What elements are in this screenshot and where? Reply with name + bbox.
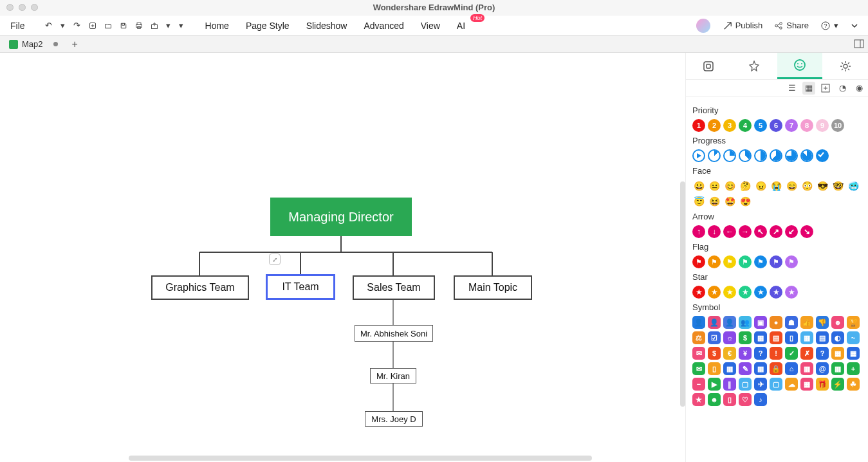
node-abhishek[interactable]: Mr. Abhishek Soni <box>355 325 433 342</box>
node-root[interactable]: Managing Director <box>270 198 412 236</box>
symbol-55[interactable]: ★ <box>692 393 705 406</box>
star-2[interactable]: ★ <box>723 286 736 299</box>
symbol-5[interactable]: ● <box>770 316 782 329</box>
symbol-20[interactable]: ◐ <box>831 331 844 344</box>
symbol-57[interactable]: ▯ <box>723 393 736 406</box>
subtab-more[interactable]: ◉ <box>853 82 865 95</box>
new-button[interactable] <box>87 20 98 32</box>
symbol-50[interactable]: ☁ <box>785 378 798 391</box>
symbol-44[interactable]: − <box>692 378 705 391</box>
symbol-31[interactable]: ▦ <box>831 347 844 360</box>
face-7[interactable]: 😳 <box>800 180 813 192</box>
subtab-list[interactable]: ☰ <box>786 82 799 95</box>
help-button[interactable]: ?▾ <box>817 19 842 33</box>
symbol-56[interactable]: ☻ <box>708 393 721 406</box>
arrow-1[interactable]: ↓ <box>708 225 721 238</box>
symbol-25[interactable]: ¥ <box>739 347 752 360</box>
priority-5[interactable]: 5 <box>754 119 767 132</box>
node-kiran[interactable]: Mr. Kiran <box>370 368 416 383</box>
flag-3[interactable]: ⚑ <box>739 255 752 268</box>
symbol-54[interactable]: ☘ <box>847 378 860 391</box>
redo-button[interactable]: ↷ <box>71 20 83 32</box>
symbol-27[interactable]: ! <box>770 347 782 360</box>
subtab-clip[interactable]: ◔ <box>836 82 849 95</box>
symbol-28[interactable]: ✓ <box>785 347 798 360</box>
menu-view[interactable]: View <box>414 18 447 33</box>
symbol-52[interactable]: 🎁 <box>816 378 829 391</box>
progress-4[interactable] <box>754 149 767 162</box>
symbol-32[interactable]: ▦ <box>847 347 860 360</box>
collapse-ribbon[interactable] <box>846 19 863 32</box>
symbol-42[interactable]: ▦ <box>831 362 844 375</box>
priority-7[interactable]: 7 <box>785 119 798 132</box>
symbol-0[interactable]: 👤 <box>692 316 705 329</box>
node-sales-team[interactable]: Sales Team <box>353 275 435 300</box>
subtab-add[interactable] <box>819 82 832 95</box>
symbol-19[interactable]: ▤ <box>816 331 829 344</box>
star-5[interactable]: ★ <box>770 286 782 299</box>
symbol-29[interactable]: ✗ <box>800 347 813 360</box>
face-13[interactable]: 🤩 <box>723 195 736 208</box>
file-menu[interactable]: File <box>5 19 30 33</box>
symbol-30[interactable]: ? <box>816 347 829 360</box>
progress-7[interactable] <box>800 149 813 162</box>
symbol-59[interactable]: ♪ <box>754 393 767 406</box>
symbol-2[interactable]: 👤 <box>723 316 736 329</box>
progress-3[interactable] <box>739 149 752 162</box>
flag-2[interactable]: ⚑ <box>723 255 736 268</box>
symbol-43[interactable]: + <box>847 362 860 375</box>
share-button[interactable]: Share <box>770 19 813 32</box>
priority-6[interactable]: 6 <box>770 119 782 132</box>
face-5[interactable]: 😭 <box>770 180 782 192</box>
arrow-0[interactable]: ↑ <box>692 225 705 238</box>
symbol-33[interactable]: ✉ <box>692 362 705 375</box>
maximize-window[interactable] <box>31 4 38 11</box>
symbol-11[interactable]: ⚖ <box>692 331 705 344</box>
symbol-8[interactable]: 👎 <box>816 316 829 329</box>
face-0[interactable]: 😀 <box>692 180 705 192</box>
symbol-26[interactable]: ? <box>754 347 767 360</box>
panel-tab-icons[interactable] <box>777 53 823 79</box>
symbol-36[interactable]: ✎ <box>739 362 752 375</box>
star-1[interactable]: ★ <box>708 286 721 299</box>
symbol-40[interactable]: ▦ <box>800 362 813 375</box>
symbol-17[interactable]: ▯ <box>785 331 798 344</box>
face-6[interactable]: 😄 <box>785 180 798 192</box>
menu-ai[interactable]: AI Hot <box>450 18 472 33</box>
subtab-grid[interactable]: ▦ <box>802 82 815 95</box>
symbol-37[interactable]: ▦ <box>754 362 767 375</box>
symbol-35[interactable]: ▦ <box>723 362 736 375</box>
face-2[interactable]: 😊 <box>723 180 736 192</box>
symbol-7[interactable]: 👍 <box>800 316 813 329</box>
arrow-2[interactable]: ← <box>723 225 736 238</box>
close-window[interactable] <box>6 4 14 11</box>
symbol-45[interactable]: ▶ <box>708 378 721 391</box>
flag-6[interactable]: ⚑ <box>785 255 798 268</box>
symbol-1[interactable]: 👤 <box>708 316 721 329</box>
arrow-3[interactable]: → <box>739 225 752 238</box>
progress-0[interactable] <box>692 149 705 162</box>
face-8[interactable]: 😎 <box>816 180 829 192</box>
flag-5[interactable]: ⚑ <box>770 255 782 268</box>
vertical-scrollbar[interactable] <box>680 181 685 407</box>
panel-tab-outline[interactable] <box>686 53 732 79</box>
menu-pagestyle[interactable]: Page Style <box>239 18 296 33</box>
flag-0[interactable]: ⚑ <box>692 255 705 268</box>
symbol-3[interactable]: 👥 <box>739 316 752 329</box>
symbol-53[interactable]: ⚡ <box>831 378 844 391</box>
symbol-58[interactable]: ♡ <box>739 393 752 406</box>
symbol-49[interactable]: ▢ <box>770 378 782 391</box>
priority-8[interactable]: 8 <box>800 119 813 132</box>
expand-collapse-button[interactable]: ⤢ <box>269 254 281 265</box>
arrow-7[interactable]: ↘ <box>800 225 813 238</box>
progress-8[interactable] <box>816 149 829 162</box>
more-dropdown[interactable]: ▾ <box>177 20 186 32</box>
priority-9[interactable]: 9 <box>816 119 829 132</box>
horizontal-scrollbar[interactable] <box>129 456 592 461</box>
symbol-13[interactable]: ☼ <box>723 331 736 344</box>
symbol-12[interactable]: ☑ <box>708 331 721 344</box>
priority-2[interactable]: 2 <box>708 119 721 132</box>
symbol-51[interactable]: ▦ <box>800 378 813 391</box>
arrow-6[interactable]: ↙ <box>785 225 798 238</box>
symbol-15[interactable]: ▦ <box>754 331 767 344</box>
